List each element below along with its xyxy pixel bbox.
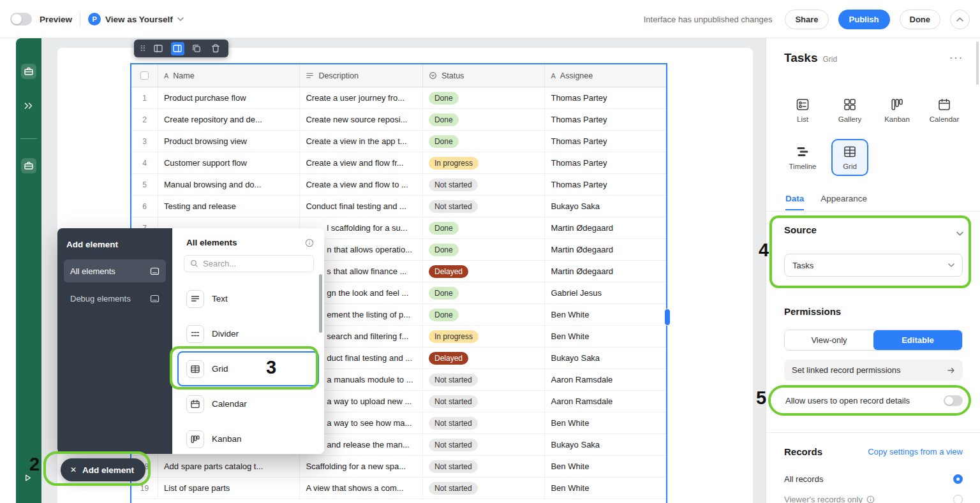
cell-status[interactable]: Not started [423, 196, 546, 217]
cell-assignee[interactable]: Ben White [545, 477, 666, 499]
delete-button[interactable] [209, 42, 223, 55]
cell-description[interactable]: Create new source reposi... [300, 109, 423, 130]
radio-unselected-icon[interactable] [953, 495, 963, 503]
cell-name[interactable]: Product purchase flow [158, 87, 300, 108]
cell-status[interactable]: Delayed [423, 347, 546, 368]
table-row[interactable]: 3 Product browsing view Create a view in… [131, 131, 666, 152]
cell-name[interactable]: List of spare parts [158, 477, 300, 499]
publish-button[interactable]: Publish [838, 10, 890, 29]
select-all-header[interactable] [131, 64, 158, 87]
linked-record-permissions-button[interactable]: Set linked record permissions [784, 360, 963, 381]
view-as-dropdown[interactable]: P View as Yourself [88, 13, 184, 26]
element-item-text[interactable]: Text [177, 281, 319, 316]
type-tile-gallery[interactable]: Gallery [831, 92, 868, 129]
column-header-name[interactable]: A Name [158, 64, 300, 87]
viewers-records-option[interactable]: Viewer's records only [784, 495, 963, 503]
sidebar-workspace-button[interactable] [21, 64, 36, 79]
nav-item-debug-elements[interactable]: Debug elements [64, 287, 166, 310]
layout-left-button[interactable] [152, 42, 165, 55]
cell-status[interactable]: Done [423, 131, 546, 152]
table-row[interactable]: 6 Testing and release Conduct final test… [131, 196, 666, 217]
cell-status[interactable]: Delayed [423, 261, 546, 282]
cell-assignee[interactable]: Thomas Partey [545, 109, 666, 130]
info-icon[interactable] [305, 238, 314, 247]
sidebar-play-button[interactable] [23, 473, 33, 485]
cell-description[interactable]: Create a view and flow fr... [300, 152, 423, 173]
element-item-kanban[interactable]: Kanban [177, 421, 319, 454]
table-row[interactable]: 18 Add spare parts catalog t... Scaffold… [131, 456, 666, 477]
source-select[interactable]: Tasks [784, 254, 963, 277]
table-row[interactable]: 19 List of spare parts A view that shows… [131, 477, 666, 499]
cell-assignee[interactable]: Thomas Partey [545, 152, 666, 173]
element-item-grid[interactable]: Grid [177, 351, 319, 386]
cell-name[interactable]: Add spare parts catalog t... [158, 456, 300, 477]
scrollbar-thumb[interactable] [976, 41, 979, 85]
cell-assignee[interactable]: Thomas Partey [545, 131, 666, 152]
type-tile-calendar[interactable]: Calendar [926, 92, 963, 129]
cell-description[interactable]: Scaffolding for a new spa... [300, 456, 423, 477]
cell-assignee[interactable]: Bukayo Saka [545, 196, 666, 217]
cell-status[interactable]: Not started [423, 412, 546, 434]
done-button[interactable]: Done [900, 10, 941, 29]
cell-status[interactable]: Not started [423, 434, 546, 455]
cell-name[interactable]: Manual browsing and do... [158, 174, 300, 195]
nav-item-all-elements[interactable]: All elements [64, 259, 166, 282]
type-tile-kanban[interactable]: Kanban [879, 92, 916, 129]
cell-status[interactable]: In progress [423, 152, 546, 173]
radio-selected-icon[interactable] [953, 474, 963, 484]
table-row[interactable]: 4 Customer support flow Create a view an… [131, 152, 666, 174]
table-row[interactable]: 2 Create repository and de... Create new… [131, 109, 666, 131]
add-element-button[interactable]: ✕ Add element [61, 458, 145, 481]
type-tile-grid[interactable]: Grid [831, 139, 868, 176]
cell-assignee[interactable]: Aaron Ramsdale [545, 391, 666, 412]
element-search[interactable] [184, 255, 314, 272]
cell-status[interactable]: Done [423, 239, 546, 260]
drag-handle-icon[interactable]: ⠿ [140, 44, 146, 54]
cell-status[interactable]: Not started [423, 456, 546, 477]
table-row[interactable]: 1 Product purchase flow Create a user jo… [131, 87, 666, 109]
cell-status[interactable]: Not started [423, 391, 546, 412]
checkbox-icon[interactable] [140, 71, 149, 80]
cell-name[interactable]: Customer support flow [158, 152, 300, 173]
type-tile-timeline[interactable]: Timeline [784, 139, 821, 176]
collapse-button[interactable] [950, 10, 970, 29]
cell-status[interactable]: Done [423, 87, 546, 108]
more-options-button[interactable]: ··· [949, 52, 963, 64]
element-item-calendar[interactable]: Calendar [177, 386, 319, 421]
cell-assignee[interactable]: Martin Ødegaard [545, 217, 666, 238]
collapse-source-button[interactable] [956, 227, 963, 238]
cell-assignee[interactable]: Bukayo Saka [545, 434, 666, 455]
cell-status[interactable]: In progress [423, 326, 546, 347]
search-input[interactable] [203, 259, 308, 268]
column-header-description[interactable]: Description [300, 64, 423, 87]
cell-status[interactable]: Done [423, 282, 546, 303]
cell-assignee[interactable]: Gabriel Jesus [545, 282, 666, 303]
cell-name[interactable]: Testing and release [158, 196, 300, 217]
sidebar-interface-button[interactable] [21, 158, 36, 173]
cell-assignee[interactable]: Aaron Ramsdale [545, 369, 666, 390]
scrollbar-thumb[interactable] [319, 274, 322, 333]
open-record-toggle[interactable] [944, 395, 963, 406]
cell-assignee[interactable]: Martin Ødegaard [545, 239, 666, 260]
tab-appearance[interactable]: Appearance [820, 194, 867, 210]
cell-description[interactable]: Create a user journey fro... [300, 87, 423, 108]
cell-description[interactable]: Conduct final testing and ... [300, 196, 423, 217]
cell-description[interactable]: Create a view in the app t... [300, 131, 423, 152]
cell-assignee[interactable]: Ben White [545, 412, 666, 434]
cell-name[interactable]: Product browsing view [158, 131, 300, 152]
table-row[interactable]: 5 Manual browsing and do... Create a vie… [131, 174, 666, 196]
cell-description[interactable]: A view that shows a com... [300, 477, 423, 499]
cell-name[interactable]: Create repository and de... [158, 109, 300, 130]
cell-assignee[interactable]: Thomas Partey [545, 87, 666, 108]
cell-assignee[interactable]: Martin Ødegaard [545, 261, 666, 282]
column-header-assignee[interactable]: A Assignee [545, 64, 666, 87]
layout-right-button[interactable] [171, 42, 184, 55]
cell-assignee[interactable]: Ben White [545, 326, 666, 347]
cell-assignee[interactable]: Ben White [545, 456, 666, 477]
cell-assignee[interactable]: Bukayo Saka [545, 347, 666, 368]
cell-status[interactable]: Not started [423, 174, 546, 195]
preview-toggle[interactable] [10, 13, 32, 26]
cell-assignee[interactable]: Ben White [545, 304, 666, 325]
duplicate-button[interactable] [190, 42, 204, 55]
copy-settings-link[interactable]: Copy settings from a view [868, 447, 963, 456]
